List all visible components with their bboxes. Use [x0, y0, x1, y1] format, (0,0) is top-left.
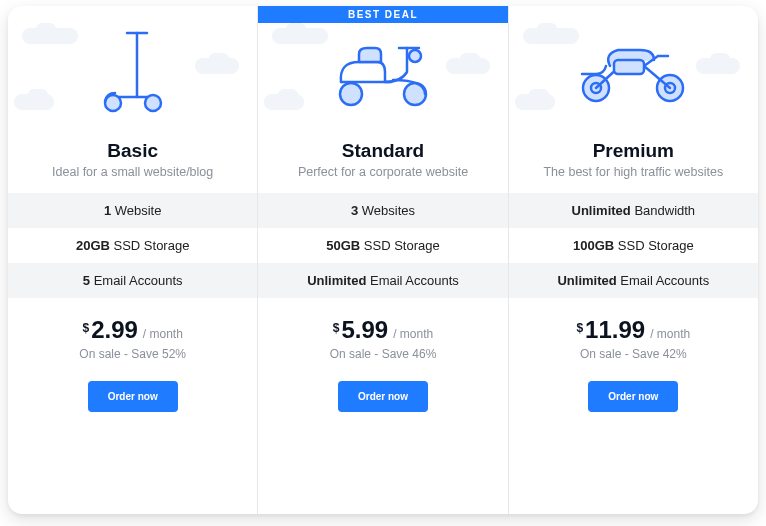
order-button[interactable]: Order now: [338, 381, 428, 412]
plan-price: $ 2.99 / month: [16, 316, 249, 344]
plan-illustration: [509, 6, 758, 136]
pricing-table: Basic Ideal for a small website/blog 1 W…: [8, 6, 758, 514]
motorcycle-icon: [574, 36, 692, 106]
plan-sale-text: On sale - Save 42%: [517, 347, 750, 361]
plan-tagline: The best for high traffic websites: [521, 165, 746, 179]
moped-icon: [329, 32, 437, 110]
feature-list: Unlimited Bandwidth 100GB SSD Storage Un…: [509, 193, 758, 298]
feature-item: Unlimited Email Accounts: [509, 263, 758, 298]
feature-list: 3 Websites 50GB SSD Storage Unlimited Em…: [258, 193, 507, 298]
plan-tagline: Perfect for a corporate website: [270, 165, 495, 179]
order-button[interactable]: Order now: [588, 381, 678, 412]
feature-item: 100GB SSD Storage: [509, 228, 758, 263]
plan-illustration: [258, 6, 507, 136]
plan-premium: Premium The best for high traffic websit…: [509, 6, 758, 514]
feature-item: 1 Website: [8, 193, 257, 228]
plan-basic: Basic Ideal for a small website/blog 1 W…: [8, 6, 258, 514]
svg-point-3: [145, 95, 161, 111]
feature-item: 3 Websites: [258, 193, 507, 228]
plan-illustration: [8, 6, 257, 136]
feature-item: 50GB SSD Storage: [258, 228, 507, 263]
plan-sale-text: On sale - Save 46%: [266, 347, 499, 361]
scooter-icon: [93, 27, 173, 115]
feature-item: Unlimited Bandwidth: [509, 193, 758, 228]
plan-title: Standard: [270, 140, 495, 162]
feature-item: 20GB SSD Storage: [8, 228, 257, 263]
plan-title: Basic: [20, 140, 245, 162]
plan-price: $ 11.99 / month: [517, 316, 750, 344]
svg-rect-12: [614, 60, 644, 74]
svg-point-7: [409, 50, 421, 62]
plan-title: Premium: [521, 140, 746, 162]
plan-tagline: Ideal for a small website/blog: [20, 165, 245, 179]
plan-standard: BEST DEAL Standard Perfect for a corpora…: [258, 6, 508, 514]
order-button[interactable]: Order now: [88, 381, 178, 412]
plan-sale-text: On sale - Save 52%: [16, 347, 249, 361]
feature-item: 5 Email Accounts: [8, 263, 257, 298]
feature-list: 1 Website 20GB SSD Storage 5 Email Accou…: [8, 193, 257, 298]
feature-item: Unlimited Email Accounts: [258, 263, 507, 298]
plan-price: $ 5.99 / month: [266, 316, 499, 344]
svg-point-4: [340, 83, 362, 105]
